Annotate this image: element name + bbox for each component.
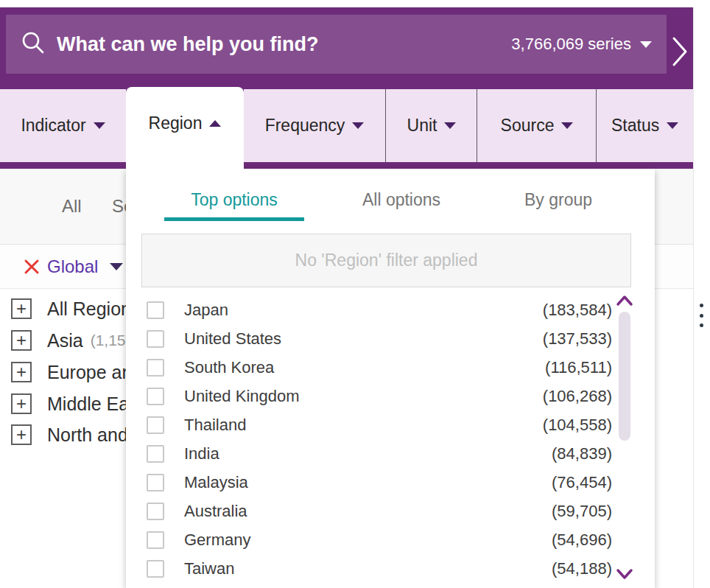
panel-tab-label: Top options [191, 190, 278, 210]
option-count: (54,696) [552, 531, 612, 550]
panel-tab-top-options[interactable]: Top options [164, 182, 304, 221]
view-tab-all[interactable]: All [62, 169, 82, 244]
triangle-down-icon [94, 122, 105, 129]
search-icon [21, 30, 46, 58]
region-option-row[interactable]: United States (137,533) [126, 324, 612, 353]
filter-bar: Indicator Frequency Unit Source Status [0, 81, 693, 169]
triangle-down-icon [561, 122, 573, 129]
option-label: United States [184, 329, 543, 349]
triangle-down-icon [444, 122, 456, 129]
series-count-dropdown[interactable]: 3,766,069 series [511, 35, 652, 54]
checkbox[interactable] [147, 445, 164, 463]
option-label: United Kingdom [184, 387, 543, 406]
checkbox[interactable] [147, 388, 164, 405]
option-label: Germany [184, 531, 552, 550]
option-count: (84,839) [552, 444, 612, 463]
tree-label: Asia [47, 330, 83, 351]
region-option-row[interactable]: Malaysia (76,454) [126, 468, 612, 497]
filter-tab-unit[interactable]: Unit [385, 89, 477, 162]
option-count: (54,188) [552, 559, 612, 578]
checkbox[interactable] [147, 359, 164, 377]
triangle-down-icon [640, 41, 652, 48]
filter-tab-label: Region [149, 113, 203, 133]
option-label: Japan [184, 301, 543, 320]
option-count: (137,533) [543, 329, 612, 349]
tree-count: (1,15 [91, 332, 126, 349]
option-count: (116,511) [545, 358, 612, 377]
triangle-down-icon [352, 122, 364, 129]
expand-plus-icon[interactable]: + [11, 298, 32, 319]
region-option-row[interactable]: Australia (59,705) [126, 497, 612, 525]
region-option-row[interactable]: Japan (183,584) [126, 295, 612, 324]
no-filter-applied-text: No 'Region' filter applied [295, 251, 478, 270]
remove-filter-x-icon[interactable] [23, 258, 41, 276]
no-filter-applied-box: No 'Region' filter applied [141, 234, 631, 287]
checkbox[interactable] [147, 301, 164, 319]
filter-tab-status[interactable]: Status [596, 89, 700, 162]
region-option-row[interactable]: Thailand (104,558) [126, 410, 612, 439]
filter-tab-indicator[interactable]: Indicator [0, 89, 126, 162]
region-filter-panel: Top options All options By group No 'Reg… [126, 169, 655, 588]
applied-filter-global[interactable]: Global [47, 256, 98, 277]
option-label: Thailand [184, 416, 543, 435]
triangle-down-icon[interactable] [110, 263, 123, 270]
option-label: Taiwan [184, 559, 552, 578]
scroll-up-chevron-icon[interactable] [616, 294, 633, 310]
panel-tab-all-options[interactable]: All options [331, 182, 471, 217]
filter-tab-source[interactable]: Source [477, 89, 597, 162]
filter-tab-label: Frequency [265, 116, 345, 136]
view-tab-label: All [62, 196, 82, 217]
checkbox[interactable] [147, 560, 164, 578]
triangle-down-icon [667, 122, 678, 129]
region-option-row[interactable]: Taiwan (54,188) [126, 554, 612, 583]
filter-tab-region[interactable]: Region [126, 87, 244, 169]
option-count: (104,558) [543, 416, 612, 435]
expand-plus-icon[interactable]: + [11, 424, 32, 445]
search-submit-button[interactable] [670, 35, 689, 71]
filter-tab-label: Source [501, 116, 555, 136]
tree-label: North and [47, 424, 128, 446]
expand-plus-icon[interactable]: + [11, 362, 32, 382]
panel-tab-by-group[interactable]: By group [503, 182, 614, 217]
region-option-row[interactable]: Germany (54,696) [126, 525, 612, 554]
expand-plus-icon[interactable]: + [11, 330, 32, 351]
checkbox[interactable] [147, 330, 164, 348]
option-count: (59,705) [552, 502, 612, 521]
checkbox[interactable] [147, 474, 164, 491]
filter-tab-label: Unit [407, 116, 437, 136]
filter-tab-frequency[interactable]: Frequency [244, 89, 385, 162]
option-label: India [184, 444, 552, 463]
filter-tab-label: Indicator [21, 116, 85, 136]
panel-tab-label: All options [362, 190, 440, 210]
search-band: What can we help you find? 3,766,069 ser… [0, 7, 693, 81]
series-count-label: 3,766,069 series [511, 35, 631, 54]
region-option-row[interactable]: India (84,839) [126, 439, 612, 468]
option-count: (106,268) [543, 387, 612, 406]
option-count: (76,454) [552, 473, 612, 492]
right-rail [693, 7, 710, 588]
search-input[interactable]: What can we help you find? [57, 33, 511, 56]
checkbox[interactable] [147, 503, 164, 520]
region-option-row[interactable] [126, 583, 612, 588]
tree-label: Europe an [47, 362, 132, 383]
checkbox[interactable] [147, 416, 164, 434]
checkbox[interactable] [147, 531, 164, 549]
triangle-up-icon [209, 120, 221, 127]
option-count: (183,584) [543, 301, 612, 320]
search-box[interactable]: What can we help you find? 3,766,069 ser… [6, 15, 667, 74]
region-option-row[interactable]: United Kingdom (106,268) [126, 382, 612, 410]
option-label: South Korea [184, 358, 545, 377]
option-label: Malaysia [184, 473, 552, 492]
filter-tab-label: Status [611, 116, 659, 136]
tree-label: Middle Ea [47, 393, 129, 415]
more-options-icon[interactable] [700, 304, 704, 327]
expand-plus-icon[interactable]: + [11, 393, 32, 414]
option-label: Australia [184, 502, 552, 521]
scrollbar-thumb[interactable] [619, 312, 630, 441]
scroll-down-chevron-icon[interactable] [616, 567, 633, 584]
panel-tab-label: By group [524, 190, 592, 210]
region-option-row[interactable]: South Korea (116,511) [126, 353, 612, 382]
